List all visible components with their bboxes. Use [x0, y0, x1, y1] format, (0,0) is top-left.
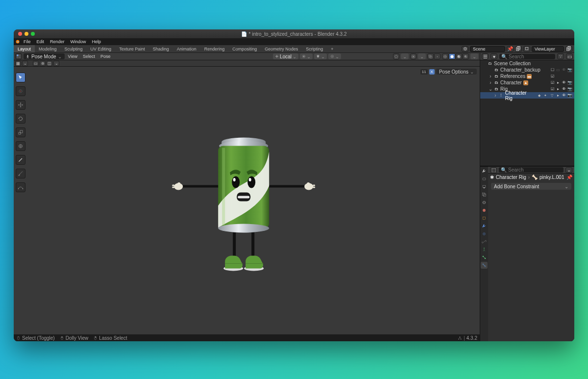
tool-setting-extra[interactable]: ⌄: [53, 61, 59, 66]
blender-logo-icon[interactable]: [14, 38, 21, 45]
selectable-toggle[interactable]: ▭: [556, 68, 561, 73]
hide-toggle[interactable]: 👁: [562, 93, 566, 98]
ptab-physics[interactable]: [481, 230, 488, 237]
ptab-bone[interactable]: [481, 254, 488, 261]
tab-texture-paint[interactable]: Texture Paint: [115, 45, 149, 52]
tab-rendering[interactable]: Rendering: [200, 45, 229, 52]
ptab-data[interactable]: [481, 246, 488, 253]
viewport-menu-view[interactable]: View: [66, 54, 79, 59]
render-toggle[interactable]: 📷: [567, 68, 572, 73]
matpreview-shading[interactable]: [456, 53, 462, 59]
tool-breakdowner[interactable]: [16, 182, 25, 192]
pivot-point[interactable]: ⌄: [300, 53, 313, 59]
ptab-render[interactable]: [481, 176, 488, 182]
snap-popover[interactable]: ⌄: [314, 53, 327, 59]
ptab-viewlayer[interactable]: [481, 191, 488, 198]
tree-row-character-backup[interactable]: 🗀 Character_backup ☐ ▭ 👁 📷: [480, 67, 574, 73]
outliner-search[interactable]: 🔍 Search: [499, 54, 555, 59]
tool-annotate[interactable]: [16, 155, 25, 165]
shading-dropdown[interactable]: ⌄: [470, 53, 478, 59]
tab-shading[interactable]: Shading: [149, 45, 173, 52]
tree-row-character-rig[interactable]: › Character Rig ◆ ✦ ▽ ▸ 👁 📷: [480, 92, 574, 99]
outliner-editor-type[interactable]: ☰: [482, 53, 489, 59]
tab-uv-editing[interactable]: UV Editing: [87, 45, 116, 52]
menu-file[interactable]: File: [21, 39, 34, 44]
tool-settings-dropdown[interactable]: ⌄: [22, 61, 28, 66]
menu-help[interactable]: Help: [89, 39, 104, 44]
selectable-toggle[interactable]: ▸: [556, 87, 561, 92]
tab-animation[interactable]: Animation: [173, 45, 200, 52]
xray-toggle[interactable]: [427, 53, 434, 59]
hide-toggle[interactable]: 👁: [562, 80, 566, 85]
tab-geometry-nodes[interactable]: Geometry Nodes: [261, 45, 302, 52]
disclosure-icon[interactable]: ›: [489, 80, 492, 85]
tree-row-references[interactable]: › 🗀 References ▬ ☑: [480, 73, 574, 79]
wireframe-shading[interactable]: [442, 53, 448, 59]
zoom-window-button[interactable]: [31, 32, 35, 36]
crumb-bone[interactable]: pinky.L.001: [539, 175, 564, 180]
tool-setting-dup[interactable]: ◫: [47, 61, 52, 66]
transform-orientation[interactable]: Local⌄: [273, 53, 298, 59]
hide-toggle[interactable]: 👁: [562, 68, 566, 73]
pose-badge-number[interactable]: 11: [420, 69, 428, 75]
tab-compositing[interactable]: Compositing: [228, 45, 261, 52]
menu-render[interactable]: Render: [47, 39, 68, 44]
close-window-button[interactable]: [18, 32, 22, 36]
ptab-world[interactable]: [481, 207, 488, 214]
tree-row-character[interactable]: › 🗀 Character ▲ ☑ ▸ 👁 📷: [480, 79, 574, 86]
properties-options[interactable]: ⌄: [565, 167, 572, 173]
tool-cursor[interactable]: [16, 86, 25, 96]
ptab-scene[interactable]: [481, 199, 488, 206]
ptab-object[interactable]: [481, 215, 488, 222]
tab-sculpting[interactable]: Sculpting: [61, 45, 87, 52]
tab-layout[interactable]: Layout: [14, 45, 35, 52]
gizmo-dropdown[interactable]: ⌄: [401, 53, 409, 59]
viewlayer-browse-button[interactable]: [523, 46, 530, 52]
selectable-toggle[interactable]: ▸: [556, 93, 561, 98]
minimize-window-button[interactable]: [24, 32, 28, 36]
exclude-checkbox[interactable]: ☑: [550, 80, 555, 85]
ptab-modifiers[interactable]: [481, 223, 488, 229]
tool-transform[interactable]: [16, 141, 25, 151]
tool-settings-icon[interactable]: ▦: [15, 61, 21, 66]
editor-type-button[interactable]: [15, 53, 22, 59]
scene-pin-button[interactable]: 📌: [507, 46, 514, 52]
viewlayer-new-button[interactable]: 🗐: [565, 46, 572, 52]
viewport-menu-select[interactable]: Select: [81, 54, 97, 59]
proportional-edit[interactable]: ⌄: [328, 53, 341, 59]
outliner-display-mode[interactable]: ▾: [490, 53, 497, 59]
solid-shading[interactable]: [449, 53, 455, 59]
pose-options-dropdown[interactable]: Pose Options⌄: [436, 69, 477, 75]
tool-scale[interactable]: [16, 127, 25, 137]
pin-icon[interactable]: 📌: [566, 175, 572, 180]
scene-browse-button[interactable]: [462, 46, 468, 52]
tool-move[interactable]: [16, 100, 25, 110]
viewlayer-field[interactable]: ViewLayer: [532, 46, 564, 52]
tool-measure[interactable]: [16, 169, 25, 178]
viewport-menu-pose[interactable]: Pose: [98, 54, 113, 59]
hide-toggle[interactable]: 👁: [562, 87, 566, 92]
properties-search[interactable]: 🔍 Search: [499, 167, 564, 173]
exclude-checkbox[interactable]: ☑: [550, 74, 555, 79]
viewport-3d[interactable]: 11 X Pose Options⌄: [14, 67, 480, 334]
outliner-tree[interactable]: 🗀 Scene Collection 🗀 Character_backup ☐ …: [480, 60, 574, 166]
disclosure-icon[interactable]: ⌄: [489, 86, 492, 92]
ptab-output[interactable]: [481, 183, 488, 190]
tab-scripting[interactable]: Scripting: [302, 45, 327, 52]
overlay-toggle[interactable]: [410, 53, 416, 59]
render-toggle[interactable]: 📷: [567, 93, 572, 98]
selectable-toggle[interactable]: ▸: [556, 80, 561, 85]
menu-window[interactable]: Window: [68, 39, 89, 44]
exclude-checkbox[interactable]: ☑: [550, 87, 555, 92]
mode-selector[interactable]: Pose Mode ⌄: [24, 53, 65, 59]
tool-rotate[interactable]: [16, 114, 25, 124]
rendered-shading[interactable]: [463, 53, 469, 59]
overlay-dropdown[interactable]: ⌄: [418, 53, 426, 59]
outliner-new-collection[interactable]: ▭: [566, 53, 573, 59]
exclude-checkbox[interactable]: ☐: [550, 68, 555, 73]
tool-select-box[interactable]: [16, 73, 25, 82]
ptab-constraints[interactable]: [481, 238, 488, 245]
crumb-object[interactable]: Character Rig: [496, 175, 526, 180]
tool-setting-cursor[interactable]: ⊕: [40, 61, 46, 66]
disclosure-icon[interactable]: ›: [489, 74, 492, 79]
